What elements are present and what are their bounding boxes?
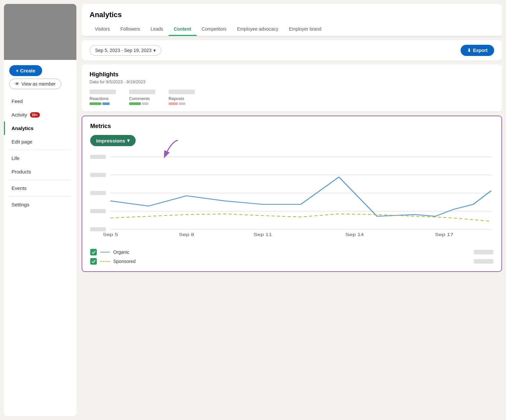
tab-employee-advocacy[interactable]: Employee advocacy (232, 23, 283, 36)
sidebar: + Create 👁 View as member Feed Activity … (4, 4, 76, 416)
svg-text:Sep 11: Sep 11 (253, 232, 272, 237)
svg-rect-5 (90, 227, 106, 231)
organic-line-indicator (100, 252, 110, 252)
sponsored-value (474, 259, 493, 264)
sidebar-item-life[interactable]: Life (4, 151, 76, 165)
sidebar-divider-3 (9, 196, 71, 197)
sidebar-divider-1 (9, 150, 71, 150)
legend-sponsored: Sponsored (90, 258, 493, 265)
reactions-label: Reactions (90, 96, 116, 101)
comments-bar-gray (142, 102, 148, 105)
sidebar-item-events[interactable]: Events (4, 181, 76, 195)
highlight-reposts: Reposts (169, 90, 195, 105)
highlights-subtitle: Data for 9/5/2023 - 9/19/2023 (90, 79, 494, 84)
toolbar: Sep 5, 2023 - Sep 19, 2023 ▾ ⬇ Export (82, 40, 502, 61)
svg-rect-4 (90, 209, 106, 213)
tab-followers[interactable]: Followers (115, 23, 146, 36)
svg-text:Sep 17: Sep 17 (435, 232, 453, 237)
comments-bar-green (129, 102, 141, 105)
view-as-member-button[interactable]: 👁 View as member (9, 79, 61, 89)
sidebar-navigation: Feed Activity 99+ Analytics Edit page Li… (4, 92, 76, 214)
sidebar-item-label: Life (12, 155, 19, 161)
sidebar-item-label: Events (12, 185, 27, 191)
main-content: Analytics Visitors Followers Leads Conte… (76, 0, 506, 420)
activity-badge: 99+ (30, 112, 40, 118)
reposts-sub-bars (169, 102, 195, 105)
analytics-header-card: Analytics Visitors Followers Leads Conte… (82, 4, 502, 36)
sidebar-item-label: Feed (12, 98, 23, 104)
reposts-label: Reposts (169, 96, 195, 101)
reactions-bar-blue (102, 102, 110, 105)
comments-label: Comments (129, 96, 155, 101)
company-avatar (4, 4, 76, 60)
svg-rect-1 (90, 155, 106, 159)
reposts-bar-pink (169, 102, 178, 105)
export-button[interactable]: ⬇ Export (461, 45, 494, 56)
legend-organic: Organic (90, 249, 493, 255)
create-button[interactable]: + Create (9, 65, 42, 76)
highlight-reactions: Reactions (90, 90, 116, 105)
reactions-sub-bars (90, 102, 116, 105)
sidebar-item-label: Products (12, 169, 31, 174)
sidebar-item-analytics[interactable]: Analytics (4, 121, 76, 135)
reactions-placeholder-bar (90, 90, 116, 94)
sidebar-item-label: Settings (12, 202, 29, 207)
sidebar-actions: + Create 👁 View as member (4, 60, 76, 92)
highlights-title: Highlights (90, 71, 494, 78)
sponsored-label: Sponsored (113, 259, 136, 264)
svg-rect-3 (90, 191, 106, 195)
reactions-bar-green (90, 102, 101, 105)
svg-text:Sep 8: Sep 8 (179, 232, 194, 237)
metrics-title: Metrics (90, 123, 493, 130)
highlight-comments: Comments (129, 90, 155, 105)
reposts-bar-gray (179, 102, 185, 105)
svg-text:Sep 14: Sep 14 (345, 232, 364, 237)
reposts-placeholder-bar (169, 90, 195, 94)
sidebar-item-label: Analytics (12, 125, 34, 131)
chart-legend: Organic Sponsored (90, 249, 493, 265)
highlights-grid: Reactions Comments Reposts (90, 90, 494, 105)
metrics-card: Metrics Impressions ▾ (82, 116, 502, 272)
date-range-picker[interactable]: Sep 5, 2023 - Sep 19, 2023 ▾ (90, 45, 161, 56)
organic-value (474, 250, 493, 254)
organic-label: Organic (113, 249, 129, 255)
impressions-label: Impressions (96, 138, 125, 144)
sidebar-item-activity[interactable]: Activity 99+ (4, 108, 76, 121)
sidebar-item-settings[interactable]: Settings (4, 198, 76, 211)
sidebar-item-label: Edit page (12, 139, 32, 144)
comments-placeholder-bar (129, 90, 155, 94)
tab-employer-brand[interactable]: Employer brand (283, 23, 327, 36)
svg-text:Sep 5: Sep 5 (103, 232, 118, 237)
sidebar-item-feed[interactable]: Feed (4, 94, 76, 108)
tab-competitors[interactable]: Competitors (197, 23, 232, 36)
chevron-down-icon: ▾ (153, 48, 156, 53)
sidebar-item-products[interactable]: Products (4, 165, 76, 178)
chevron-down-icon: ▾ (127, 138, 130, 144)
tab-leads[interactable]: Leads (146, 23, 169, 36)
svg-rect-2 (90, 173, 106, 177)
tab-content[interactable]: Content (169, 23, 197, 36)
eye-icon: 👁 (15, 81, 19, 87)
impressions-dropdown-button[interactable]: Impressions ▾ (90, 135, 136, 146)
analytics-tabs: Visitors Followers Leads Content Competi… (82, 23, 502, 36)
page-title: Analytics (90, 11, 494, 19)
tab-visitors[interactable]: Visitors (90, 23, 115, 36)
sidebar-divider-2 (9, 180, 71, 180)
sidebar-item-edit-page[interactable]: Edit page (4, 135, 76, 148)
highlights-card: Highlights Data for 9/5/2023 - 9/19/2023… (82, 65, 502, 112)
comments-sub-bars (129, 102, 155, 105)
sponsored-checkbox[interactable] (90, 258, 97, 265)
sidebar-item-label: Activity (12, 112, 27, 118)
organic-checkbox[interactable] (90, 249, 97, 255)
download-icon: ⬇ (467, 48, 471, 53)
metrics-chart: Sep 5 Sep 8 Sep 11 Sep 14 Sep 17 (90, 151, 493, 244)
sponsored-line-indicator (100, 261, 110, 262)
date-range-label: Sep 5, 2023 - Sep 19, 2023 (95, 48, 151, 53)
